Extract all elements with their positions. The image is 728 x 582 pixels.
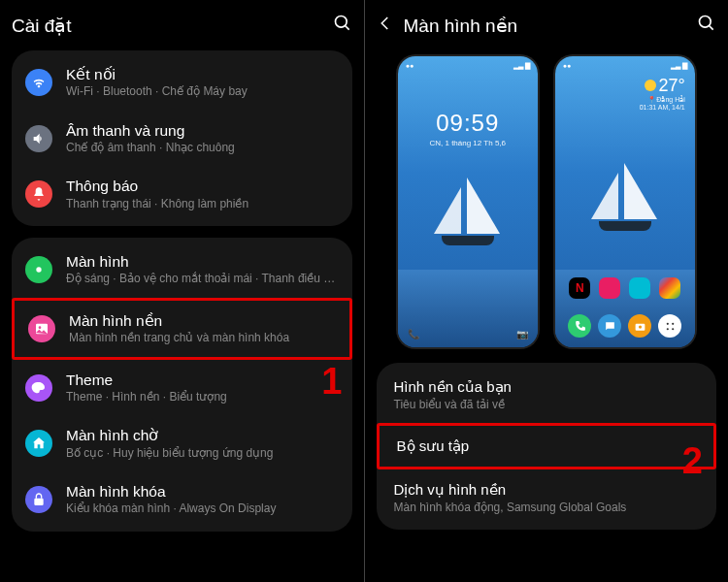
lock-screen-preview[interactable]: ●●▂▃ ▇ 09:59 CN, 1 tháng 12 Th 5,6 📞 📷 xyxy=(398,56,538,347)
app-icon: N xyxy=(569,277,590,299)
settings-header: Cài đặt xyxy=(12,10,352,50)
weather-widget: 27° 📍Đằng Hải 01:31 AM, 14/1 xyxy=(640,76,685,111)
annotation-2: 2 xyxy=(682,440,703,482)
item-subtitle: Chế độ âm thanh · Nhạc chuông xyxy=(66,141,339,156)
wallpaper-options: Hình nền của bạnTiêu biểu và đã tải vềBộ… xyxy=(377,363,717,530)
search-icon[interactable] xyxy=(697,14,716,37)
svg-line-7 xyxy=(710,26,713,30)
svg-point-12 xyxy=(666,328,668,330)
camera-app-icon xyxy=(628,314,651,338)
dock xyxy=(565,314,685,338)
item-subtitle: Thanh trạng thái · Không làm phiền xyxy=(66,197,339,212)
sailboat-graphic xyxy=(434,178,502,255)
settings-item-palette[interactable]: ThemeTheme · Hình nền · Biểu tượng xyxy=(12,360,352,416)
item-subtitle: Kiểu khóa màn hình · Always On Display xyxy=(66,501,339,517)
sun-icon xyxy=(25,256,52,283)
item-label: Kết nối xyxy=(66,65,339,84)
item-label: Theme xyxy=(66,371,339,390)
app-row: N xyxy=(565,277,685,299)
settings-group: Màn hìnhĐộ sáng · Bảo vệ cho mắt thoải m… xyxy=(12,238,352,532)
option-label: Bộ sưu tập xyxy=(397,437,697,455)
item-label: Màn hình nền xyxy=(69,311,336,331)
settings-item-bell[interactable]: Thông báoThanh trạng thái · Không làm ph… xyxy=(12,166,352,222)
lock-clock-date: CN, 1 tháng 12 Th 5,6 xyxy=(398,139,538,147)
page-title: Màn hình nền xyxy=(404,15,688,37)
search-icon[interactable] xyxy=(333,14,352,37)
svg-rect-5 xyxy=(34,499,43,505)
phone-icon: 📞 xyxy=(408,329,419,340)
settings-item-sun[interactable]: Màn hìnhĐộ sáng · Bảo vệ cho mắt thoải m… xyxy=(12,242,352,298)
option-label: Dịch vụ hình nền xyxy=(394,481,700,499)
wifi-icon xyxy=(25,69,52,96)
svg-point-9 xyxy=(639,325,642,328)
app-icon xyxy=(599,277,620,299)
sailboat-graphic xyxy=(591,163,659,241)
apps-icon xyxy=(658,314,681,338)
back-icon[interactable] xyxy=(377,15,394,36)
item-label: Âm thanh và rung xyxy=(66,121,339,141)
item-subtitle: Màn hình nền trang chủ và màn hình khóa xyxy=(69,331,336,346)
wallpaper-previews: ●●▂▃ ▇ 09:59 CN, 1 tháng 12 Th 5,6 📞 📷 ●… xyxy=(377,56,717,347)
svg-point-0 xyxy=(335,16,347,28)
item-label: Màn hình xyxy=(66,252,339,272)
app-icon xyxy=(659,277,680,299)
lock-icon xyxy=(25,486,52,513)
wallpaper-option[interactable]: Dịch vụ hình nềnMàn hình khóa động, Sams… xyxy=(377,469,717,526)
annotation-1: 1 xyxy=(321,361,342,403)
option-subtitle: Tiêu biểu và đã tải về xyxy=(394,398,700,411)
settings-screen: Cài đặt Kết nốiWi-Fi · Bluetooth · Chế đ… xyxy=(0,0,364,582)
settings-item-wifi[interactable]: Kết nốiWi-Fi · Bluetooth · Chế độ Máy ba… xyxy=(12,54,352,111)
item-subtitle: Theme · Hình nền · Biểu tượng xyxy=(66,390,339,405)
svg-point-13 xyxy=(672,328,674,330)
volume-icon xyxy=(25,125,52,152)
item-subtitle: Wi-Fi · Bluetooth · Chế độ Máy bay xyxy=(66,84,339,100)
home-screen-preview[interactable]: ●●▂▃ ▇ 27° 📍Đằng Hải 01:31 AM, 14/1 N xyxy=(555,56,695,347)
settings-item-home[interactable]: Màn hình chờBố cục · Huy hiệu biểu tượng… xyxy=(12,415,352,471)
settings-item-image[interactable]: Màn hình nềnMàn hình nền trang chủ và mà… xyxy=(12,298,352,360)
home-icon xyxy=(25,430,52,457)
wallpaper-screen: Màn hình nền ●●▂▃ ▇ 09:59 CN, 1 tháng 12… xyxy=(364,0,729,582)
settings-group: Kết nốiWi-Fi · Bluetooth · Chế độ Máy ba… xyxy=(12,50,352,226)
item-subtitle: Bố cục · Huy hiệu biểu tượng ứng dụng xyxy=(66,446,339,462)
app-icon xyxy=(629,277,650,299)
svg-line-1 xyxy=(345,26,348,30)
wallpaper-option[interactable]: Hình nền của bạnTiêu biểu và đã tải về xyxy=(377,367,717,423)
phone-app-icon xyxy=(568,314,591,338)
settings-item-lock[interactable]: Màn hình khóaKiểu khóa màn hình · Always… xyxy=(12,471,352,528)
item-subtitle: Độ sáng · Bảo vệ cho mắt thoải mái · Tha… xyxy=(66,272,339,287)
svg-point-11 xyxy=(672,322,674,324)
camera-icon: 📷 xyxy=(516,329,528,340)
svg-point-4 xyxy=(39,326,42,329)
item-label: Màn hình chờ xyxy=(66,426,339,445)
wallpaper-option[interactable]: Bộ sưu tập xyxy=(377,423,717,469)
svg-point-6 xyxy=(700,16,711,28)
item-label: Màn hình khóa xyxy=(66,482,339,501)
wallpaper-header: Màn hình nền xyxy=(377,10,717,50)
messages-app-icon xyxy=(598,314,621,338)
image-icon xyxy=(28,315,55,342)
svg-point-2 xyxy=(36,267,41,272)
svg-point-10 xyxy=(666,322,668,324)
page-title: Cài đặt xyxy=(12,15,323,37)
settings-item-volume[interactable]: Âm thanh và rungChế độ âm thanh · Nhạc c… xyxy=(12,111,352,167)
bell-icon xyxy=(25,180,52,208)
option-label: Hình nền của bạn xyxy=(394,378,700,396)
palette-icon xyxy=(25,374,52,402)
option-subtitle: Màn hình khóa động, Samsung Global Goals xyxy=(394,501,700,514)
item-label: Thông báo xyxy=(66,177,339,196)
lock-clock-time: 09:59 xyxy=(398,110,538,137)
